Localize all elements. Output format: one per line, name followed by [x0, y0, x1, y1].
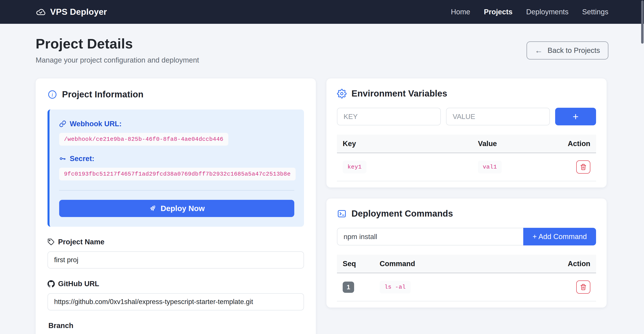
page: VPS Deployer Home Projects Deployments S…: [0, 0, 644, 334]
panel-divider: [59, 190, 294, 191]
link-icon: [59, 120, 66, 127]
add-command-button[interactable]: + Add Command: [523, 228, 596, 245]
page-header: Project Details Manage your project conf…: [36, 36, 608, 64]
branch-label-row: Branch: [48, 321, 304, 330]
commands-table-header: Seq Command Action: [337, 255, 596, 273]
terminal-icon: [337, 209, 347, 219]
command-seq-badge: 1: [343, 282, 354, 293]
secret-value: 9fc0193fbc51217f4657f1ad29fcd38a0769dbff…: [59, 168, 296, 181]
trash-icon: [580, 284, 586, 290]
brand[interactable]: VPS Deployer: [36, 7, 107, 17]
project-name-label-row: Project Name: [48, 238, 304, 246]
env-input-row: +: [337, 108, 596, 125]
brand-name: VPS Deployer: [50, 7, 107, 17]
cloud-check-icon: [36, 7, 46, 17]
env-value-input[interactable]: [446, 108, 550, 125]
commands-table: Seq Command Action 1 ls -al: [337, 255, 596, 301]
gear-icon: [337, 89, 347, 98]
secret-label: Secret:: [70, 154, 94, 163]
left-arrow-icon: ←: [535, 47, 543, 54]
delete-command-button[interactable]: [576, 280, 590, 294]
back-to-projects-button[interactable]: ← Back to Projects: [526, 41, 608, 60]
back-button-label: Back to Projects: [548, 46, 600, 55]
deployment-commands-header: Deployment Commands: [337, 209, 596, 219]
project-information-title: Project Information: [62, 89, 144, 99]
main-content: Project Details Manage your project conf…: [0, 24, 644, 334]
deploy-now-label: Deploy Now: [160, 204, 204, 213]
nav-item-projects[interactable]: Projects: [484, 8, 512, 16]
nav-item-home[interactable]: Home: [451, 8, 470, 16]
commands-table-row: 1 ls -al: [337, 273, 596, 301]
github-url-label-row: GitHub URL: [48, 280, 304, 288]
secret-label-row: Secret:: [59, 154, 294, 163]
webhook-url-label-row: Webhook URL:: [59, 120, 294, 128]
info-icon: i: [48, 90, 57, 99]
webhook-panel: Webhook URL: /webhook/ce21e9ba-825b-46f0…: [48, 109, 304, 227]
navbar: VPS Deployer Home Projects Deployments S…: [0, 0, 644, 24]
env-table-header: Key Value Action: [337, 135, 596, 153]
command-input[interactable]: [337, 228, 523, 245]
env-variables-table: Key Value Action key1 val1: [337, 135, 596, 181]
github-url-label: GitHub URL: [58, 280, 99, 288]
project-information-card: i Project Information Webhook URL: /webh…: [36, 78, 316, 334]
webhook-url-label: Webhook URL:: [70, 120, 122, 128]
command-row-value: ls -al: [380, 281, 411, 293]
page-subtitle: Manage your project configuration and de…: [36, 56, 199, 64]
cmd-header-action: Action: [568, 260, 590, 268]
key-icon: [59, 155, 66, 162]
env-table-row: key1 val1: [337, 153, 596, 181]
command-input-group: + Add Command: [337, 228, 596, 245]
github-icon: [48, 280, 55, 287]
env-row-value: val1: [478, 160, 502, 174]
scrollbar-thumb[interactable]: [641, 1, 644, 44]
content-columns: i Project Information Webhook URL: /webh…: [36, 78, 608, 334]
tag-icon: [48, 238, 55, 246]
page-header-text: Project Details Manage your project conf…: [36, 36, 199, 64]
deployment-commands-title: Deployment Commands: [352, 209, 453, 219]
cmd-header-command: Command: [380, 260, 551, 268]
env-header-action: Action: [568, 139, 590, 148]
right-column: Environment Variables + Key Value Action: [326, 78, 606, 307]
project-name-label: Project Name: [58, 238, 104, 246]
environment-variables-card: Environment Variables + Key Value Action: [326, 78, 606, 188]
project-information-header: i Project Information: [48, 89, 304, 99]
nav-item-deployments[interactable]: Deployments: [526, 8, 568, 16]
webhook-url-value: /webhook/ce21e9ba-825b-46f0-8fa8-4ae04dc…: [59, 133, 228, 146]
branch-label: Branch: [48, 321, 74, 330]
page-title: Project Details: [36, 36, 199, 52]
deploy-now-button[interactable]: Deploy Now: [59, 200, 294, 217]
svg-text:i: i: [52, 92, 53, 98]
environment-variables-title: Environment Variables: [352, 89, 447, 98]
trash-icon: [580, 164, 586, 170]
environment-variables-header: Environment Variables: [337, 89, 596, 98]
cmd-header-seq: Seq: [343, 260, 380, 268]
nav-links: Home Projects Deployments Settings: [451, 8, 608, 16]
project-name-input[interactable]: [48, 251, 304, 269]
github-url-input[interactable]: [48, 293, 304, 310]
deployment-commands-card: Deployment Commands + Add Command Seq Co…: [326, 199, 606, 307]
delete-env-variable-button[interactable]: [576, 160, 590, 174]
env-key-input[interactable]: [337, 108, 441, 125]
add-env-variable-button[interactable]: +: [555, 108, 596, 125]
env-row-key: key1: [343, 160, 366, 174]
rocket-icon: [149, 205, 156, 212]
env-header-key: Key: [343, 139, 478, 148]
nav-item-settings[interactable]: Settings: [582, 8, 608, 16]
env-header-value: Value: [478, 139, 551, 148]
